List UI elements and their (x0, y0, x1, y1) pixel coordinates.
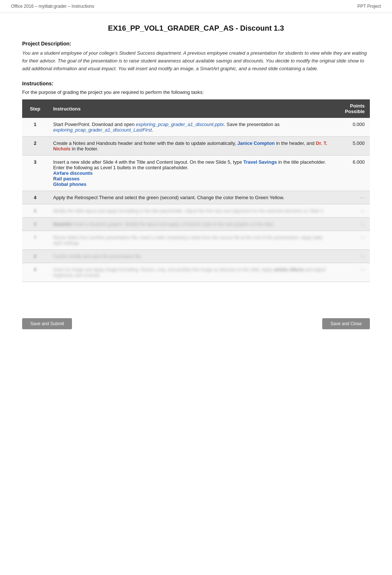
table-row: 9 Insert an image and apply image format… (22, 263, 370, 282)
step-points: — (337, 250, 370, 263)
project-description: You are a student employee of your colle… (22, 50, 370, 72)
step-instruction: SmartArt Insert a SmartArt graphic. Modi… (48, 218, 337, 231)
step-points: — (337, 191, 370, 204)
bullet-global: Global phones (53, 181, 331, 187)
project-description-heading: Project Description: (22, 41, 370, 47)
step-number: 4 (22, 191, 48, 204)
page-title: EX16_PP_VOL1_GRADER_CAP_AS - Discount 1.… (22, 24, 370, 33)
instructions-heading: Instructions: (22, 81, 370, 86)
step-number: 9 (22, 263, 48, 282)
step-points: — (337, 263, 370, 282)
table-row: 3 Insert a new slide after Slide 4 with … (22, 156, 370, 191)
step-instruction: Create a Notes and Handouts header and f… (48, 137, 337, 156)
bullet-rail: Rail passes (53, 176, 331, 181)
step-number: 3 (22, 156, 48, 191)
step-number: 1 (22, 118, 48, 137)
instructions-table: Step Instructions PointsPossible 1 Start… (22, 99, 370, 282)
step-instruction: Insert a new slide after Slide 4 with th… (48, 156, 337, 191)
bullet-list: Airfare discounts Rail passes Global pho… (53, 170, 331, 187)
step-instruction: Further modify and save the presentation… (48, 250, 337, 263)
step-points: 5.000 (337, 137, 370, 156)
col-header-step: Step (22, 99, 48, 118)
step-number: 6 (22, 218, 48, 231)
col-header-instructions: Instructions (48, 99, 337, 118)
table-row: 2 Create a Notes and Handouts header and… (22, 137, 370, 156)
step-number: 5 (22, 204, 48, 218)
step-instruction: Reuse slides from another presentation f… (48, 231, 337, 250)
table-row: 5 Modify the slide layout and apply form… (22, 204, 370, 218)
table-row: 6 SmartArt Insert a SmartArt graphic. Mo… (22, 218, 370, 231)
step-number: 8 (22, 250, 48, 263)
table-row: 8 Further modify and save the presentati… (22, 250, 370, 263)
step-points: — (337, 204, 370, 218)
topbar-left: Office 2016 – myitlab:grader – Instructi… (11, 4, 94, 9)
step-number: 7 (22, 231, 48, 250)
travel-savings-link: Travel Savings (243, 159, 277, 165)
instructions-intro: For the purpose of grading the project y… (22, 89, 370, 95)
topbar-right: PPT Project (357, 4, 381, 9)
table-row: 7 Reuse slides from another presentation… (22, 231, 370, 250)
nichols-link: Dr. T. Nichols (53, 140, 327, 152)
janice-link: Janice Compton (237, 140, 275, 146)
save-close-button[interactable]: Save and Close (322, 318, 370, 329)
col-header-points: PointsPossible (337, 99, 370, 118)
step-instruction: Start PowerPoint. Download and open expl… (48, 118, 337, 137)
table-row: 4 Apply the Retrospect Theme and select … (22, 191, 370, 204)
step-instruction: Modify the slide layout and apply format… (48, 204, 337, 218)
bullet-airfare: Airfare discounts (53, 170, 331, 176)
step-instruction: Insert an image and apply image formatti… (48, 263, 337, 282)
step-points: 6.000 (337, 156, 370, 191)
step-points: — (337, 218, 370, 231)
filename-italic: exploring_pcap_grader_a1_discount.pptx (136, 122, 224, 127)
bottom-bar: Save and Submit Save and Close (0, 312, 392, 336)
save-as-link: exploring_pcap_grader_a1_discount_LastFi… (53, 127, 152, 133)
step-points: — (337, 231, 370, 250)
save-submit-button[interactable]: Save and Submit (22, 318, 72, 329)
table-row: 1 Start PowerPoint. Download and open ex… (22, 118, 370, 137)
step-number: 2 (22, 137, 48, 156)
step-points: 0.000 (337, 118, 370, 137)
step-instruction: Apply the Retrospect Theme and select th… (48, 191, 337, 204)
